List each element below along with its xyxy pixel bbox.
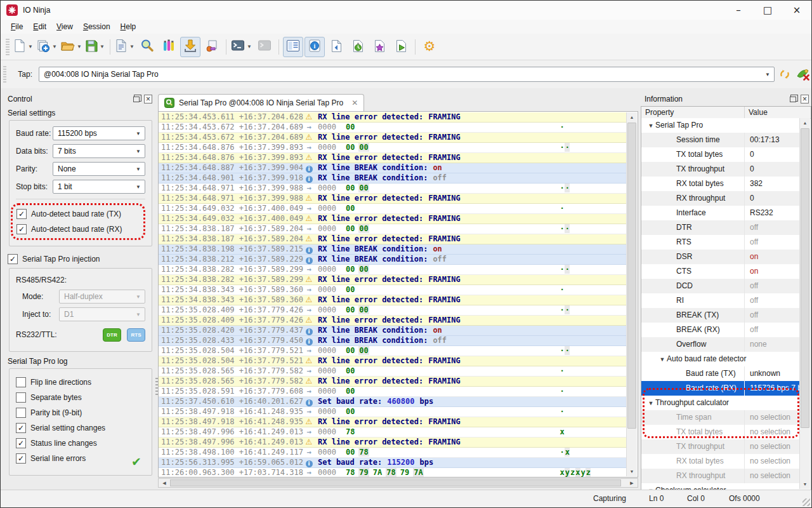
- highlighters-button[interactable]: [159, 37, 179, 57]
- dtr-toggle-button[interactable]: DTR: [103, 328, 121, 342]
- dropdown-arrow-icon[interactable]: ▼: [27, 44, 34, 50]
- checkbox-row[interactable]: ✓Auto-detect baud rate (RX): [16, 222, 140, 237]
- log-line[interactable]: 11:25:35.028.565 +16:37.779.582⚠RX line …: [159, 377, 627, 387]
- log-line[interactable]: 11:25:34.838.343 +16:37.589.360⚠RX line …: [159, 295, 627, 305]
- checkbox-checked-icon[interactable]: ✓: [16, 209, 27, 219]
- property-row[interactable]: CTSon: [641, 264, 801, 279]
- baudrate-combobox[interactable]: 115200 bps▼: [53, 126, 145, 140]
- log-line[interactable]: 11:25:34.838.198 +16:37.589.215iRX line …: [159, 244, 627, 255]
- dropdown-arrow-icon[interactable]: ▼: [76, 44, 82, 50]
- scroll-up-icon[interactable]: ▲: [627, 112, 637, 122]
- checkbox-unchecked-icon[interactable]: [16, 377, 26, 387]
- collapse-arrow-icon[interactable]: ▼: [646, 119, 655, 133]
- close-tab-icon[interactable]: ✕: [351, 98, 358, 107]
- checkbox-checked-icon[interactable]: ✓: [8, 254, 18, 264]
- log-record-button[interactable]: ▼: [114, 37, 136, 57]
- scroll-down-icon[interactable]: ▼: [627, 467, 637, 476]
- log-line[interactable]: 11:25:34.648.876 +16:37.399.893→00000000…: [159, 143, 627, 153]
- log-line[interactable]: 11:25:34.453.672 +16:37.204.689⚠RX line …: [159, 133, 627, 143]
- menu-session[interactable]: Session: [78, 21, 115, 32]
- doc-star-button[interactable]: [369, 37, 390, 57]
- log-line[interactable]: 11:25:34.838.212 +16:37.589.229iRX line …: [159, 255, 627, 265]
- log-line[interactable]: 11:25:34.453.611 +16:37.204.628⚠RX line …: [159, 112, 627, 123]
- log-line[interactable]: 11:25:34.838.282 +16:37.589.299⚠RX line …: [159, 275, 627, 285]
- terminal-button[interactable]: ▼: [230, 37, 253, 57]
- save-button[interactable]: ▼: [84, 37, 106, 57]
- resize-grip[interactable]: [802, 498, 810, 506]
- property-row[interactable]: Time spanno selection: [641, 410, 801, 425]
- checkbox-checked-icon[interactable]: ✓: [16, 423, 26, 433]
- property-row[interactable]: DTRoff: [641, 220, 801, 235]
- property-row[interactable]: DSRon: [641, 250, 801, 264]
- property-row[interactable]: TX throughputno selection: [641, 439, 801, 454]
- log-line[interactable]: 11:25:34.649.032 +16:37.400.049→000000·: [159, 204, 627, 214]
- stopbits-combobox[interactable]: 1 bit▼: [53, 180, 145, 194]
- maximize-button[interactable]: □: [753, 1, 782, 20]
- log-line[interactable]: 11:25:38.497.918 +16:41.248.935⚠RX line …: [159, 417, 627, 427]
- tap-combobox[interactable]: @004:008 IO Ninja Serial Tap Pro ▼: [39, 67, 775, 82]
- property-row[interactable]: TX total bytesno selection: [641, 425, 801, 439]
- log-line[interactable]: 11:25:38.497.996 +16:41.249.013⚠RX line …: [159, 438, 627, 448]
- log-line[interactable]: 11:25:34.648.901 +16:37.399.918iRX line …: [159, 173, 627, 184]
- doc-play-button[interactable]: [391, 37, 411, 57]
- apply-script-button[interactable]: [202, 37, 222, 57]
- checkbox-checked-icon[interactable]: ✓: [16, 453, 26, 464]
- new-session-button[interactable]: ▼: [36, 37, 58, 57]
- stop-capture-button[interactable]: [796, 65, 811, 83]
- dropdown-arrow-icon[interactable]: ▼: [246, 44, 252, 50]
- log-line[interactable]: 11:26:00.963.300 +17:03.714.318→00007879…: [159, 468, 627, 478]
- property-row[interactable]: RX throughputno selection: [641, 469, 801, 483]
- log-line[interactable]: 11:25:35.028.504 +16:37.779.521⚠RX line …: [159, 356, 627, 366]
- settings-gear-button[interactable]: ⚙: [419, 37, 440, 57]
- log-line[interactable]: 11:25:38.497.996 +16:41.249.013→000078x: [159, 427, 627, 438]
- value-column-header[interactable]: Value: [744, 107, 768, 118]
- checkbox-row[interactable]: ✓Status line changes: [16, 436, 145, 451]
- property-row[interactable]: RX total bytes382: [641, 177, 801, 191]
- property-row[interactable]: TX throughput0: [641, 162, 801, 177]
- log-vertical-scrollbar[interactable]: ▲ ▼: [626, 112, 637, 476]
- log-horizontal-scrollbar[interactable]: ◀ ▶: [158, 478, 638, 488]
- toolbar-grip[interactable]: [6, 39, 10, 55]
- dropdown-arrow-icon[interactable]: ▼: [51, 44, 58, 50]
- property-row[interactable]: DCDoff: [641, 279, 801, 293]
- property-column-header[interactable]: Property: [641, 108, 674, 117]
- checkbox-row[interactable]: Flip line directions: [16, 375, 145, 390]
- injection-checkbox-row[interactable]: ✓ Serial Tap Pro injection: [8, 251, 156, 267]
- close-panel-icon[interactable]: ×: [801, 95, 809, 104]
- collapse-arrow-icon[interactable]: ▼: [646, 484, 655, 490]
- doc-back-button[interactable]: [326, 37, 346, 57]
- checkbox-unchecked-icon[interactable]: [16, 392, 26, 403]
- checkbox-row[interactable]: ✓Serial setting changes: [16, 420, 145, 436]
- parity-combobox[interactable]: None▼: [53, 162, 145, 176]
- log-line[interactable]: 11:25:34.838.343 +16:37.589.360→000000·: [159, 285, 627, 295]
- property-row[interactable]: Baud rate (TX)unknown: [641, 366, 801, 381]
- log-scroll-thumb[interactable]: [627, 123, 636, 429]
- log-line[interactable]: 11:25:35.028.565 +16:37.779.582→000000·: [159, 366, 627, 377]
- log-line[interactable]: 11:25:38.497.918 +16:41.248.935→000000·: [159, 407, 627, 417]
- log-line[interactable]: 11:25:34.838.187 +16:37.589.204→00000000…: [159, 224, 627, 234]
- log-line[interactable]: 11:25:35.028.591 +16:37.779.608→000000·: [159, 387, 627, 397]
- close-panel-icon[interactable]: ×: [144, 95, 152, 104]
- log-line[interactable]: 11:25:35.028.409 +16:37.779.426⚠RX line …: [159, 316, 627, 326]
- information-button[interactable]: i: [304, 37, 325, 57]
- log-line[interactable]: 11:25:35.028.420 +16:37.779.437iRX line …: [159, 326, 627, 336]
- checkbox-row[interactable]: Separate bytes: [16, 390, 145, 405]
- log-line[interactable]: 11:25:34.838.187 +16:37.589.204⚠RX line …: [159, 234, 627, 244]
- log-line[interactable]: 11:25:38.498.100 +16:41.249.117→00000078…: [159, 448, 627, 458]
- scroll-left-icon[interactable]: ◀: [160, 479, 169, 487]
- session-tab[interactable]: Serial Tap Pro @004:008 IO Ninja Serial …: [158, 94, 364, 111]
- scroll-down-icon[interactable]: ▼: [800, 479, 810, 489]
- scroll-up-icon[interactable]: ▲: [800, 118, 810, 128]
- checkbox-unchecked-icon[interactable]: [16, 408, 26, 418]
- property-group-row[interactable]: ▼Auto baud rate detector: [641, 352, 801, 366]
- dropdown-arrow-icon[interactable]: ▼: [129, 44, 135, 50]
- property-row[interactable]: InterfaceRS232: [641, 206, 801, 220]
- rts-toggle-button[interactable]: RTS: [127, 328, 145, 342]
- menu-view[interactable]: View: [51, 21, 78, 32]
- close-button[interactable]: ×: [782, 1, 811, 20]
- find-button[interactable]: [137, 37, 157, 57]
- open-folder-button[interactable]: ▼: [60, 37, 83, 57]
- log-line[interactable]: 11:25:35.028.504 +16:37.779.521→00000000…: [159, 346, 627, 356]
- checkbox-row[interactable]: ✓Serial line errors: [16, 451, 145, 466]
- log-line[interactable]: 11:25:34.648.971 +16:37.399.988→00000000…: [159, 184, 627, 194]
